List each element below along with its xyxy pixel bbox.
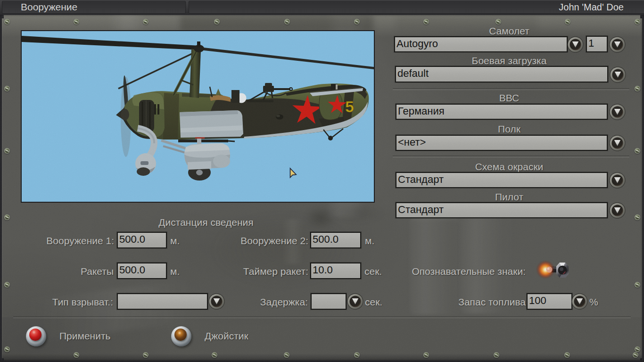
svg-text:5: 5 [345, 98, 354, 115]
